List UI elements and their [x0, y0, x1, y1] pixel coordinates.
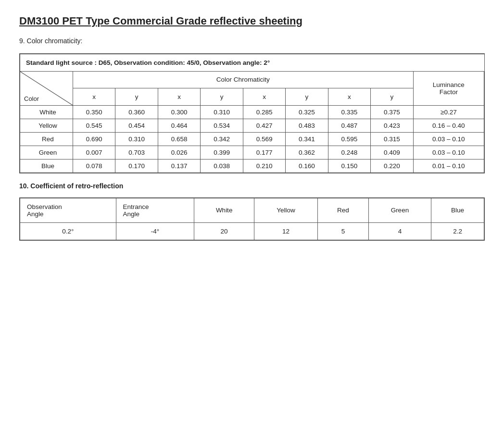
retro-red-header: Red: [318, 198, 368, 222]
val-x2: 0.658: [158, 132, 200, 146]
retro-yellow-header: Yellow: [254, 198, 317, 222]
retro-table: ObservationAngle EntranceAngle White Yel…: [20, 198, 484, 240]
retro-green-val: 4: [368, 222, 431, 240]
val-x4: 0.595: [328, 132, 370, 146]
col-y4: y: [371, 88, 413, 106]
luminance-val: 0.16 – 0.40: [413, 119, 484, 132]
val-x3: 0.177: [243, 146, 285, 159]
val-x1: 0.007: [73, 146, 115, 159]
luminance-val: 0.03 – 0.10: [413, 146, 484, 159]
val-x1: 0.545: [73, 119, 115, 132]
val-x1: 0.690: [73, 132, 115, 146]
val-x1: 0.078: [73, 159, 115, 172]
chroma-group-header: Color Chromaticity: [73, 71, 414, 88]
section10-label: 10. Coefficient of retro-reflection: [19, 182, 485, 190]
col-y2: y: [201, 88, 243, 106]
color-label: Yellow: [20, 119, 73, 132]
col-y3: y: [286, 88, 328, 106]
color-label: Green: [20, 146, 73, 159]
table-row: White 0.350 0.360 0.300 0.310 0.285 0.32…: [20, 105, 484, 119]
corner-color-label: Color: [24, 95, 39, 102]
val-x4: 0.150: [328, 159, 370, 172]
val-y2: 0.399: [201, 146, 243, 159]
val-x4: 0.335: [328, 105, 370, 119]
val-y4: 0.375: [371, 105, 413, 119]
val-x4: 0.248: [328, 146, 370, 159]
val-y3: 0.160: [286, 159, 328, 172]
color-label: White: [20, 105, 73, 119]
retro-entrance-angle-header: EntranceAngle: [116, 198, 194, 222]
val-y1: 0.703: [115, 146, 158, 159]
luminance-val: 0.03 – 0.10: [413, 132, 484, 146]
retro-table-wrapper: ObservationAngle EntranceAngle White Yel…: [19, 197, 485, 241]
retro-header-row: ObservationAngle EntranceAngle White Yel…: [20, 198, 484, 222]
retro-white-val: 20: [194, 222, 254, 240]
col-x3: x: [243, 88, 285, 106]
retro-white-header: White: [194, 198, 254, 222]
val-y2: 0.342: [201, 132, 243, 146]
val-y4: 0.423: [371, 119, 413, 132]
val-y4: 0.220: [371, 159, 413, 172]
table-note: Standard light source : D65, Observation…: [20, 54, 484, 71]
col-x2: x: [158, 88, 200, 106]
retro-red-val: 5: [318, 222, 368, 240]
val-x2: 0.026: [158, 146, 200, 159]
col-x1: x: [73, 88, 115, 106]
val-x3: 0.285: [243, 105, 285, 119]
page-title: DM3100 PET Type Commercial Grade reflect…: [19, 14, 485, 28]
val-x4: 0.487: [328, 119, 370, 132]
val-x2: 0.300: [158, 105, 200, 119]
val-y1: 0.170: [115, 159, 158, 172]
chroma-table: Standard light source : D65, Observation…: [20, 54, 484, 173]
section9-label: 9. Color chromaticity:: [19, 37, 485, 45]
retro-obs-angle-val: 0.2°: [20, 222, 116, 240]
color-label: Blue: [20, 159, 73, 172]
luminance-header: Luminance Factor: [413, 71, 484, 105]
retro-blue-header: Blue: [431, 198, 484, 222]
color-label: Red: [20, 132, 73, 146]
table-note-row: Standard light source : D65, Observation…: [20, 54, 484, 71]
val-x1: 0.350: [73, 105, 115, 119]
val-x2: 0.464: [158, 119, 200, 132]
retro-obs-angle-header: ObservationAngle: [20, 198, 116, 222]
val-y3: 0.362: [286, 146, 328, 159]
chroma-table-wrapper: Standard light source : D65, Observation…: [19, 53, 485, 173]
val-x3: 0.569: [243, 132, 285, 146]
luminance-val: ≥0.27: [413, 105, 484, 119]
val-x3: 0.210: [243, 159, 285, 172]
corner-cell: Color: [20, 71, 73, 105]
val-y3: 0.483: [286, 119, 328, 132]
val-y1: 0.360: [115, 105, 158, 119]
val-y1: 0.454: [115, 119, 158, 132]
table-row: Yellow 0.545 0.454 0.464 0.534 0.427 0.4…: [20, 119, 484, 132]
table-row: Blue 0.078 0.170 0.137 0.038 0.210 0.160…: [20, 159, 484, 172]
retro-green-header: Green: [368, 198, 431, 222]
val-y2: 0.534: [201, 119, 243, 132]
retro-yellow-val: 12: [254, 222, 317, 240]
val-y1: 0.310: [115, 132, 158, 146]
val-y2: 0.310: [201, 105, 243, 119]
retro-entrance-angle-val: -4°: [116, 222, 194, 240]
val-y3: 0.325: [286, 105, 328, 119]
val-y4: 0.315: [371, 132, 413, 146]
val-y3: 0.341: [286, 132, 328, 146]
val-y4: 0.409: [371, 146, 413, 159]
luminance-val: 0.01 – 0.10: [413, 159, 484, 172]
val-x2: 0.137: [158, 159, 200, 172]
val-y2: 0.038: [201, 159, 243, 172]
table-row: Green 0.007 0.703 0.026 0.399 0.177 0.36…: [20, 146, 484, 159]
table-group-header-row: Color Color Chromaticity Luminance Facto…: [20, 71, 484, 88]
val-x3: 0.427: [243, 119, 285, 132]
retro-blue-val: 2.2: [431, 222, 484, 240]
retro-data-row: 0.2° -4° 20 12 5 4 2.2: [20, 222, 484, 240]
col-y1: y: [115, 88, 158, 106]
col-x4: x: [328, 88, 370, 106]
table-row: Red 0.690 0.310 0.658 0.342 0.569 0.341 …: [20, 132, 484, 146]
